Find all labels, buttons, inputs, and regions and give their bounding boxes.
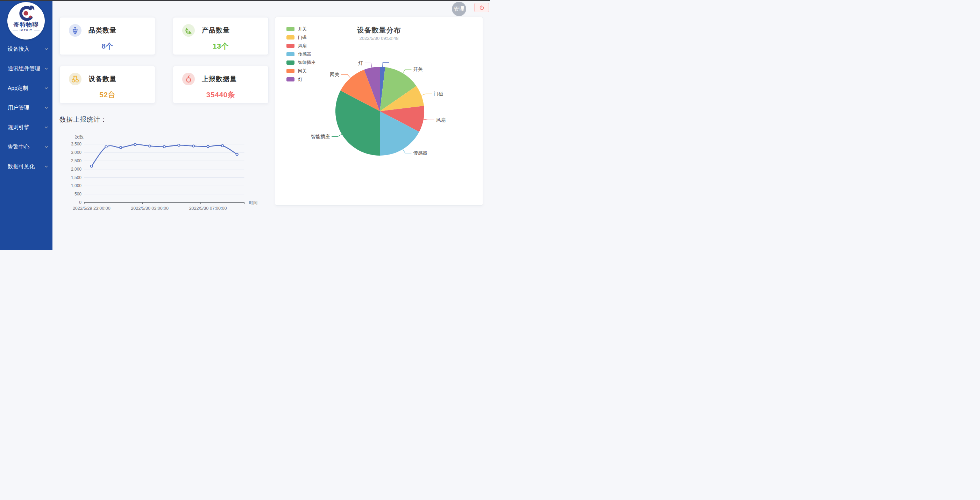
legend-item-灯[interactable]: 灯 xyxy=(286,75,315,84)
data-point xyxy=(192,145,194,147)
y-tick-label: 2,500 xyxy=(71,159,81,163)
pear-icon xyxy=(182,73,195,85)
chevron-down-icon xyxy=(44,67,49,71)
data-point xyxy=(236,153,238,155)
data-point xyxy=(119,146,122,149)
legend-swatch xyxy=(286,69,294,73)
power-icon xyxy=(479,5,484,10)
stat-card-devices: 设备数量 52台 xyxy=(59,66,155,103)
chevron-down-icon xyxy=(44,164,49,169)
chevron-down-icon xyxy=(44,125,49,130)
legend-item-智能插座[interactable]: 智能插座 xyxy=(286,59,315,67)
legend-swatch xyxy=(286,60,294,65)
sidebar-item-label: 告警中心 xyxy=(8,143,29,151)
legend-label: 传感器 xyxy=(298,51,311,57)
grape-icon xyxy=(69,24,81,37)
sidebar-item-label: 设备接入 xyxy=(8,46,29,53)
y-tick-label: 1,500 xyxy=(71,175,81,180)
legend-item-门磁[interactable]: 门磁 xyxy=(286,33,315,41)
data-point xyxy=(221,144,223,146)
y-tick-label: 3,500 xyxy=(71,141,81,146)
sidebar-item-用户管理[interactable]: 用户管理 xyxy=(0,98,52,117)
stat-value: 8个 xyxy=(60,41,155,51)
pie-label-line xyxy=(365,63,372,67)
data-point xyxy=(163,146,165,148)
legend-label: 智能插座 xyxy=(298,60,315,66)
legend-swatch xyxy=(286,77,294,81)
x-tick-label: 2022/5/30 07:00:00 xyxy=(189,206,227,211)
data-point xyxy=(134,143,136,146)
pie-slice-label: 灯 xyxy=(358,60,363,66)
y-tick-label: 500 xyxy=(75,192,81,197)
y-tick-label: 3,000 xyxy=(71,150,81,155)
pie-label-line xyxy=(341,75,350,78)
sidebar-item-label: 通讯组件管理 xyxy=(8,65,40,72)
legend-item-传感器[interactable]: 传感器 xyxy=(286,50,315,59)
pie-slice-label: 智能插座 xyxy=(311,134,330,139)
stat-card-categories: 品类数量 8个 xyxy=(59,17,155,55)
legend-item-开关[interactable]: 开关 xyxy=(286,25,315,33)
legend-item-风扇[interactable]: 风扇 xyxy=(286,41,315,50)
legend-swatch xyxy=(286,35,294,40)
pie-label-line xyxy=(383,62,389,67)
sidebar-item-label: 规则引擎 xyxy=(8,124,29,131)
y-tick-label: 2,000 xyxy=(71,167,81,172)
sidebar-item-label: 用户管理 xyxy=(8,104,29,111)
y-tick-label: 0 xyxy=(79,200,81,205)
chevron-down-icon xyxy=(44,86,49,90)
brand-logo: 奇特物聯 IOTKIT xyxy=(7,2,45,40)
brand-subtitle: IOTKIT xyxy=(7,29,45,32)
data-point xyxy=(91,165,93,167)
legend-label: 风扇 xyxy=(298,43,307,49)
sidebar-menu: 设备接入通讯组件管理App定制用户管理规则引擎告警中心数据可见化 xyxy=(0,39,52,176)
chevron-down-icon xyxy=(44,145,49,149)
logout-button[interactable] xyxy=(474,3,489,12)
pie-slice-label: 开关 xyxy=(413,67,423,72)
stat-title: 品类数量 xyxy=(89,26,116,35)
pie-legend: 开关门磁风扇传感器智能插座网关灯 xyxy=(286,25,315,84)
stat-card-reported-data: 上报数据量 35440条 xyxy=(173,66,269,103)
sidebar-item-告警中心[interactable]: 告警中心 xyxy=(0,137,52,157)
pie-slice-label: 网关 xyxy=(330,72,339,77)
brand-name: 奇特物聯 xyxy=(7,22,45,28)
x-axis-name: 时间 xyxy=(249,200,258,205)
y-tick-label: 1,000 xyxy=(71,183,81,188)
lime-icon xyxy=(182,24,195,37)
data-point xyxy=(105,146,107,148)
pie-slice-label: 传感器 xyxy=(413,150,427,156)
legend-swatch xyxy=(286,52,294,56)
pie-slice-label: 门磁 xyxy=(434,91,444,97)
legend-item-网关[interactable]: 网关 xyxy=(286,67,315,75)
window-top-strip xyxy=(0,0,490,1)
sidebar-item-label: 数据可见化 xyxy=(8,163,35,170)
line-chart: 05001,0001,5002,0002,5003,0003,500次数时间20… xyxy=(65,120,267,225)
sidebar: 奇特物聯 IOTKIT 设备接入通讯组件管理App定制用户管理规则引擎告警中心数… xyxy=(0,0,52,250)
stat-value: 35440条 xyxy=(173,90,268,100)
iotkit-logo-icon xyxy=(7,5,45,21)
sidebar-item-label: App定制 xyxy=(8,85,28,92)
data-point xyxy=(178,144,180,146)
stat-title: 产品数量 xyxy=(202,26,230,35)
stat-title: 设备数量 xyxy=(89,75,116,84)
sidebar-item-数据可见化[interactable]: 数据可见化 xyxy=(0,157,52,176)
chevron-down-icon xyxy=(44,106,49,110)
pie-slice-label: 风扇 xyxy=(436,117,445,123)
legend-swatch xyxy=(286,27,294,31)
pie-label-line xyxy=(332,134,342,137)
stat-title: 上报数据量 xyxy=(202,75,237,84)
legend-swatch xyxy=(286,44,294,48)
sidebar-item-App定制[interactable]: App定制 xyxy=(0,78,52,98)
sidebar-item-设备接入[interactable]: 设备接入 xyxy=(0,39,52,59)
data-point xyxy=(207,146,209,148)
sidebar-item-规则引擎[interactable]: 规则引擎 xyxy=(0,117,52,137)
stat-card-products: 产品数量 13个 xyxy=(173,17,269,55)
pie-label-line xyxy=(403,69,412,73)
sidebar-item-通讯组件管理[interactable]: 通讯组件管理 xyxy=(0,59,52,78)
pie-label-line xyxy=(423,119,434,120)
stat-value: 52台 xyxy=(60,90,155,100)
avatar[interactable]: 管理 xyxy=(452,2,466,16)
legend-label: 门磁 xyxy=(298,35,307,41)
pie-card: 设备数量分布 2022/5/30 09:50:48 开关门磁风扇传感器智能插座网… xyxy=(275,17,483,206)
legend-label: 灯 xyxy=(298,76,302,83)
pie-label-line xyxy=(403,149,412,153)
